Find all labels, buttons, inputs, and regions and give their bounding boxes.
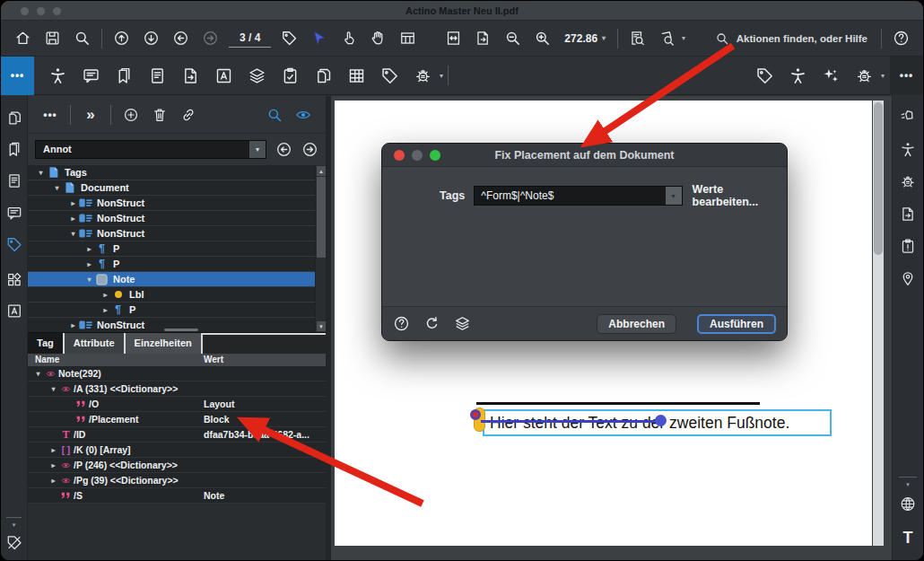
add-tag-button[interactable] [118, 102, 144, 127]
components-panel-button[interactable] [5, 271, 22, 288]
run-button[interactable]: Ausführen [697, 314, 776, 334]
bug-tool-button[interactable] [406, 61, 440, 90]
table-row[interactable]: ▾ /A (331) <<Dictionary>> [28, 381, 326, 397]
action-preview-button[interactable] [652, 25, 682, 52]
tab-einzelheiten[interactable]: Einzelheiten [126, 333, 203, 354]
caret-right-icon[interactable]: ▸ [100, 291, 111, 299]
caret-down-icon[interactable]: ▾ [35, 169, 47, 177]
window-controls[interactable] [21, 7, 61, 15]
dialog-zoom-button[interactable] [430, 150, 440, 161]
accessibility-panel-button[interactable] [781, 61, 815, 90]
hide-tags-button[interactable] [5, 534, 22, 551]
document-export-tool-button[interactable] [174, 61, 207, 90]
document-panel-button[interactable] [5, 172, 22, 189]
caret-down-icon[interactable]: ▾ [51, 184, 63, 192]
clipboard-check-tool-button[interactable] [274, 61, 307, 90]
minimize-window-button[interactable] [37, 7, 45, 15]
tree-row-p[interactable]: ▸ ¶ P [28, 241, 326, 257]
dialog-minimize-button[interactable] [412, 150, 423, 161]
caret-right-icon[interactable]: ▸ [100, 306, 111, 314]
tab-tag[interactable]: Tag [28, 333, 65, 354]
caret-right-icon[interactable]: ▸ [83, 245, 95, 253]
clipboard-alert-panel-button[interactable] [900, 238, 917, 255]
bug-panel-button[interactable] [900, 173, 917, 190]
table-row[interactable]: ▸ [ ] /K (0) [Array] [28, 443, 326, 458]
scroll-down-icon[interactable]: ▼ [317, 321, 326, 331]
caret-down-icon[interactable]: ▾ [48, 385, 58, 393]
zoom-window-button[interactable] [53, 7, 61, 15]
tree-scrollbar[interactable]: ▲ ▼ [315, 165, 326, 332]
caret-right-icon[interactable]: ▸ [48, 446, 58, 454]
layers-tool-button[interactable] [240, 61, 274, 90]
caret-right-icon[interactable]: ▸ [48, 477, 58, 485]
caret-right-icon[interactable]: ▸ [67, 199, 79, 207]
caret-right-icon[interactable]: ▸ [67, 215, 79, 223]
select-tool-button[interactable] [304, 25, 334, 52]
help-button[interactable] [886, 25, 916, 52]
document-scrollbar[interactable] [873, 101, 884, 546]
tag-panel-button[interactable] [748, 61, 781, 90]
pages-panel-button[interactable] [5, 110, 22, 127]
tags-pattern-input[interactable] [474, 186, 682, 206]
table-row[interactable]: /O Layout [28, 397, 326, 412]
accessibility-tool-button[interactable] [41, 61, 74, 90]
dialog-window-controls[interactable] [394, 150, 440, 161]
caret-right-icon[interactable]: ▸ [67, 321, 79, 329]
comment-tool-button[interactable] [74, 61, 108, 90]
page-export-button[interactable] [468, 25, 498, 52]
chevron-down-icon[interactable]: ▾ [906, 481, 910, 488]
cancel-button[interactable]: Abbrechen [597, 314, 676, 334]
delete-tag-button[interactable] [146, 102, 173, 127]
scroll-down-button[interactable] [136, 25, 166, 52]
active-more-tools-button[interactable]: ••• [1, 57, 34, 95]
home-button[interactable] [8, 25, 38, 52]
caret-right-icon[interactable]: ▸ [48, 461, 58, 469]
next-view-button[interactable] [196, 25, 225, 52]
tree-row-note-selected[interactable]: ▾ Note [28, 272, 326, 287]
tag-filter-select[interactable]: ▾ [35, 140, 266, 159]
doc-search-button[interactable] [623, 25, 652, 52]
dialog-layers-button[interactable] [454, 315, 471, 332]
table-row[interactable]: /Placement Block [28, 412, 326, 427]
scrollbar-thumb[interactable] [874, 102, 883, 255]
text-box-tool-button[interactable] [207, 61, 240, 90]
table-row[interactable]: ▸ /P (246) <<Dictionary>> [28, 458, 326, 473]
scrollbar-thumb[interactable] [317, 177, 326, 258]
scroll-up-button[interactable] [107, 25, 136, 52]
search-button[interactable] [67, 25, 97, 52]
dialog-help-button[interactable] [393, 315, 410, 332]
bookmark-tool-button[interactable] [108, 61, 141, 90]
zoom-in-button[interactable] [527, 25, 557, 52]
find-actions-field[interactable]: Aktionen finden, oder Hilfe [706, 31, 876, 46]
zoom-level-select[interactable]: 272.86 ▾ [557, 32, 613, 45]
text-tool-button[interactable]: T [903, 529, 913, 548]
zoom-out-button[interactable] [498, 25, 527, 52]
touch-tool-button[interactable] [334, 25, 363, 52]
page-indicator[interactable]: 3 / 4 [229, 30, 271, 48]
accessibility-panel-button[interactable] [900, 141, 917, 158]
tags-pattern-select[interactable]: ▾ [474, 186, 682, 206]
next-tag-button[interactable] [301, 141, 318, 158]
chevron-down-icon[interactable]: ▾ [682, 34, 685, 42]
anchor-pin-icon[interactable] [470, 409, 481, 420]
tag-tool-button[interactable] [275, 25, 304, 52]
chevron-down-icon[interactable]: ▾ [13, 522, 16, 529]
tree-row-p[interactable]: ▸ ¶ P [28, 257, 326, 272]
more-tools-button[interactable]: ••• [890, 57, 923, 95]
close-window-button[interactable] [21, 7, 29, 15]
bug-panel-button[interactable] [848, 61, 881, 90]
drag-handle-dot[interactable] [655, 415, 667, 426]
chevron-down-icon[interactable]: ▾ [666, 187, 682, 205]
prev-tag-button[interactable] [275, 141, 292, 158]
document-export-panel-button[interactable] [900, 206, 917, 223]
table-row[interactable]: /S Note [28, 488, 326, 504]
save-button[interactable] [38, 25, 67, 52]
caret-right-icon[interactable]: ▸ [83, 260, 95, 268]
tree-horizontal-scrollbar[interactable] [164, 329, 198, 331]
fit-page-button[interactable] [439, 25, 468, 52]
tag-scan-panel-button[interactable] [900, 109, 917, 126]
tree-row-lbl[interactable]: ▸ Lbl [28, 287, 326, 302]
caret-down-icon[interactable]: ▾ [83, 276, 95, 284]
scroll-up-icon[interactable]: ▲ [317, 166, 326, 176]
caret-down-icon[interactable]: ▾ [33, 370, 43, 378]
